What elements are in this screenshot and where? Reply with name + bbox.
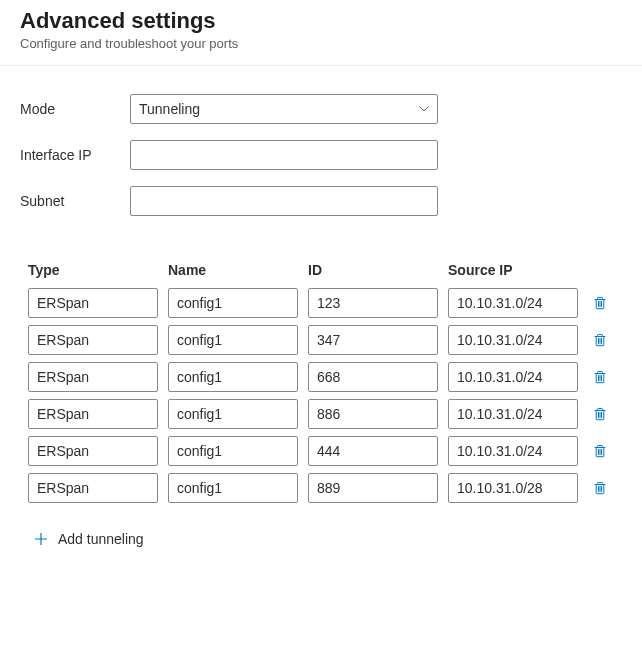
th-id: ID: [308, 262, 438, 278]
table-body: [28, 288, 622, 503]
delete-row-button[interactable]: [590, 441, 610, 461]
row-type-input[interactable]: [28, 473, 158, 503]
row-id-input[interactable]: [308, 399, 438, 429]
interface-label: Interface IP: [20, 147, 130, 163]
add-tunneling-label: Add tunneling: [58, 531, 144, 547]
table-row: [28, 399, 622, 429]
subnet-input[interactable]: [130, 186, 438, 216]
row-name-input[interactable]: [168, 436, 298, 466]
trash-icon: [592, 480, 608, 496]
row-name-input[interactable]: [168, 399, 298, 429]
row-id-input[interactable]: [308, 288, 438, 318]
row-name-input[interactable]: [168, 473, 298, 503]
plus-icon: [34, 532, 48, 546]
row-name-input[interactable]: [168, 288, 298, 318]
trash-icon: [592, 295, 608, 311]
page-title: Advanced settings: [20, 8, 622, 34]
table-row: [28, 436, 622, 466]
subnet-label: Subnet: [20, 193, 130, 209]
interface-ip-input[interactable]: [130, 140, 438, 170]
row-type-input[interactable]: [28, 362, 158, 392]
row-id-input[interactable]: [308, 325, 438, 355]
row-source-input[interactable]: [448, 436, 578, 466]
row-type-input[interactable]: [28, 325, 158, 355]
row-source-input[interactable]: [448, 288, 578, 318]
delete-row-button[interactable]: [590, 367, 610, 387]
interface-row: Interface IP: [20, 140, 622, 170]
row-source-input[interactable]: [448, 362, 578, 392]
trash-icon: [592, 369, 608, 385]
add-tunneling-button[interactable]: Add tunneling: [32, 527, 146, 551]
table-row: [28, 325, 622, 355]
th-type: Type: [28, 262, 158, 278]
row-id-input[interactable]: [308, 362, 438, 392]
row-name-input[interactable]: [168, 362, 298, 392]
delete-row-button[interactable]: [590, 293, 610, 313]
page-subtitle: Configure and troubleshoot your ports: [20, 36, 622, 51]
row-source-input[interactable]: [448, 473, 578, 503]
delete-row-button[interactable]: [590, 330, 610, 350]
mode-row: Mode Tunneling: [20, 94, 622, 124]
mode-select[interactable]: Tunneling: [130, 94, 438, 124]
mode-select-wrap: Tunneling: [130, 94, 438, 124]
delete-row-button[interactable]: [590, 404, 610, 424]
row-name-input[interactable]: [168, 325, 298, 355]
subnet-row: Subnet: [20, 186, 622, 216]
th-source: Source IP: [448, 262, 578, 278]
row-id-input[interactable]: [308, 436, 438, 466]
delete-row-button[interactable]: [590, 478, 610, 498]
trash-icon: [592, 332, 608, 348]
form-section: Mode Tunneling Interface IP Subnet: [0, 66, 642, 216]
row-source-input[interactable]: [448, 325, 578, 355]
tunneling-table: Type Name ID Source IP Add tunneling: [0, 232, 642, 551]
trash-icon: [592, 443, 608, 459]
table-header-row: Type Name ID Source IP: [28, 262, 622, 278]
row-type-input[interactable]: [28, 288, 158, 318]
table-row: [28, 362, 622, 392]
table-row: [28, 288, 622, 318]
page-header: Advanced settings Configure and troubles…: [0, 0, 642, 66]
row-type-input[interactable]: [28, 399, 158, 429]
table-row: [28, 473, 622, 503]
th-name: Name: [168, 262, 298, 278]
trash-icon: [592, 406, 608, 422]
row-id-input[interactable]: [308, 473, 438, 503]
mode-label: Mode: [20, 101, 130, 117]
row-type-input[interactable]: [28, 436, 158, 466]
row-source-input[interactable]: [448, 399, 578, 429]
